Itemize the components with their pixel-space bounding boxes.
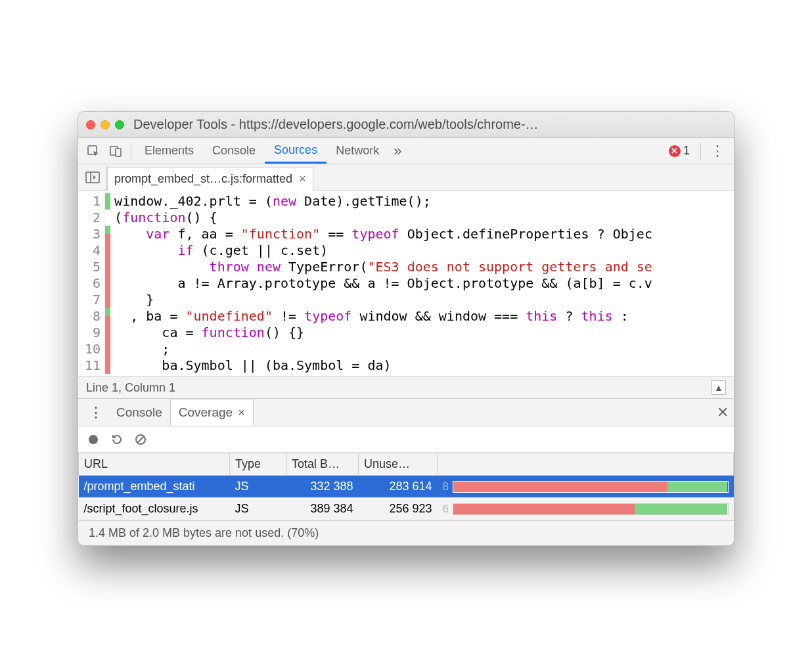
zoom-window-button[interactable] xyxy=(115,120,124,129)
traffic-lights xyxy=(86,120,124,129)
file-tab[interactable]: prompt_embed_st…c.js:formatted × xyxy=(107,167,313,191)
window-title: Developer Tools - https://developers.goo… xyxy=(133,117,539,132)
file-tab-row: prompt_embed_st…c.js:formatted × xyxy=(78,164,734,191)
titlebar: Developer Tools - https://developers.goo… xyxy=(78,112,734,138)
coverage-summary-text: 1.4 MB of 2.0 MB bytes are not used. (70… xyxy=(89,526,319,539)
tab-sources[interactable]: Sources xyxy=(265,138,327,164)
coverage-row[interactable]: /prompt_embed_statiJS332 388283 6148 xyxy=(79,476,734,498)
drawer-tab-coverage[interactable]: Coverage× xyxy=(170,399,254,426)
coverage-table: URLTypeTotal B…Unuse… /prompt_embed_stat… xyxy=(78,453,734,520)
column-header[interactable]: Total B… xyxy=(286,453,359,476)
coverage-toolbar xyxy=(78,426,734,453)
drawer-menu-icon[interactable]: ⋮ xyxy=(83,404,108,421)
drawer-tab-console[interactable]: Console xyxy=(108,399,170,426)
navigator-toggle-icon[interactable] xyxy=(78,164,107,190)
devtools-window: Developer Tools - https://developers.goo… xyxy=(78,111,734,546)
toolbar-divider xyxy=(700,143,701,160)
svg-rect-2 xyxy=(116,148,121,156)
close-drawer-tab-icon[interactable]: × xyxy=(238,405,245,420)
minimize-window-button[interactable] xyxy=(101,120,110,129)
more-tabs-icon[interactable]: » xyxy=(394,143,401,160)
main-toolbar: ElementsConsoleSourcesNetwork » ✕ 1 ⋮ xyxy=(78,138,734,164)
cursor-position: Line 1, Column 1 xyxy=(86,381,175,395)
device-toggle-icon[interactable] xyxy=(104,138,127,164)
record-icon[interactable] xyxy=(87,434,99,445)
coverage-row[interactable]: /script_foot_closure.jsJS389 384256 9236 xyxy=(79,498,734,520)
clear-icon[interactable] xyxy=(135,434,147,445)
tab-console[interactable]: Console xyxy=(203,138,265,164)
source-editor[interactable]: 1234567891011 window._402.prlt = (new Da… xyxy=(78,191,734,376)
reload-icon[interactable] xyxy=(111,434,123,445)
svg-rect-3 xyxy=(86,172,99,183)
column-header[interactable]: Type xyxy=(230,453,286,476)
error-badge[interactable]: ✕ 1 xyxy=(669,144,690,158)
coverage-gutter xyxy=(105,191,110,376)
tab-elements[interactable]: Elements xyxy=(135,138,203,164)
close-drawer-icon[interactable]: ✕ xyxy=(717,404,729,421)
line-gutter: 1234567891011 xyxy=(78,191,105,376)
column-header[interactable]: URL xyxy=(79,453,230,476)
settings-kebab-icon[interactable]: ⋮ xyxy=(705,143,730,160)
main-tabs: ElementsConsoleSourcesNetwork xyxy=(135,138,388,164)
collapse-drawer-icon[interactable]: ▲ xyxy=(711,380,726,395)
svg-line-7 xyxy=(137,436,144,443)
coverage-summary: 1.4 MB of 2.0 MB bytes are not used. (70… xyxy=(78,520,734,545)
tab-network[interactable]: Network xyxy=(327,138,388,164)
toolbar-divider xyxy=(131,143,131,160)
editor-status-bar: Line 1, Column 1 ▲ xyxy=(78,376,734,399)
inspect-element-icon[interactable] xyxy=(82,138,104,164)
code-content: window._402.prlt = (new Date).getTime();… xyxy=(110,191,652,376)
file-tab-label: prompt_embed_st…c.js:formatted xyxy=(114,172,292,186)
close-tab-icon[interactable]: × xyxy=(299,172,306,186)
column-header[interactable]: Unuse… xyxy=(359,453,438,476)
drawer-tabs: ⋮ ConsoleCoverage× ✕ xyxy=(78,399,734,426)
error-icon: ✕ xyxy=(669,145,681,157)
error-count: 1 xyxy=(683,144,690,158)
svg-point-5 xyxy=(89,435,98,444)
close-window-button[interactable] xyxy=(86,120,95,129)
